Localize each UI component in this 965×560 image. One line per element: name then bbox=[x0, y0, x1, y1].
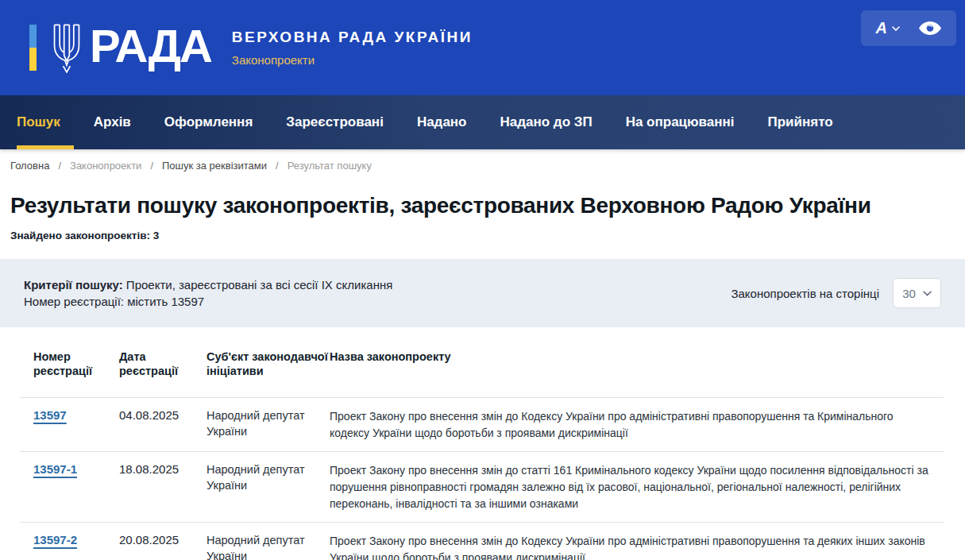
bill-subject: Народний депутат України bbox=[207, 533, 330, 560]
nav-item-label: На опрацюванні bbox=[626, 114, 735, 130]
breadcrumb-separator: / bbox=[58, 160, 61, 172]
logo-link[interactable]: РАДА ВЕРХОВНА РАДА УКРАЇНИ Законопроекти bbox=[29, 22, 473, 73]
nav-item-label: Пошук bbox=[17, 114, 60, 130]
eye-icon bbox=[919, 21, 941, 35]
nav-item-label: Надано до ЗП bbox=[500, 114, 593, 130]
site-subtitle: Законопроекти bbox=[232, 53, 473, 67]
results-table: Номер реєстрації Дата реєстрації Суб'єкт… bbox=[20, 327, 944, 560]
site-title: ВЕРХОВНА РАДА УКРАЇНИ bbox=[232, 29, 473, 46]
nav-item-arkhiv[interactable]: Архів bbox=[77, 95, 148, 149]
column-header-subject: Суб'єкт законодавчої ініціативи bbox=[207, 350, 330, 378]
main-content: Результати пошуку законопроектів, зареєс… bbox=[0, 193, 965, 560]
breadcrumb-home[interactable]: Головна bbox=[10, 160, 49, 172]
nav-item-zareiestrovani[interactable]: Зареєстровані bbox=[269, 95, 400, 149]
bill-name: Проект Закону про внесення змін до Кодек… bbox=[330, 408, 944, 442]
per-page-label: Законопроектів на сторінці bbox=[731, 287, 879, 300]
per-page-value: 30 bbox=[902, 287, 916, 300]
nav-item-label: Надано bbox=[417, 114, 467, 130]
font-size-letter: A bbox=[876, 19, 887, 37]
main-nav: Пошук Архів Оформлення Зареєстровані Над… bbox=[0, 95, 965, 149]
criteria-line2: Номер реєстрації: містить 13597 bbox=[24, 293, 392, 310]
nav-item-na-opratsiuvanni[interactable]: На опрацюванні bbox=[609, 95, 751, 149]
search-criteria-text: Критерії пошуку: Проекти, зареєстровані … bbox=[24, 276, 392, 310]
column-header-number: Номер реєстрації bbox=[20, 350, 119, 378]
chevron-down-icon bbox=[892, 26, 900, 31]
nav-item-label: Зареєстровані bbox=[286, 114, 384, 130]
criteria-line1: Проекти, зареєстровані за всі сесії IX с… bbox=[126, 278, 393, 292]
bill-date: 20.08.2025 bbox=[119, 533, 207, 560]
bill-name: Проект Закону про внесення змін до статт… bbox=[330, 462, 944, 512]
logo-word: РАДА bbox=[90, 23, 211, 69]
column-header-name: Назва законопроекту bbox=[330, 350, 944, 378]
bill-number-link[interactable]: 13597-1 bbox=[33, 462, 77, 476]
breadcrumb-zakonoproekty[interactable]: Законопроекти bbox=[70, 160, 141, 172]
table-row: 13597-2 20.08.2025 Народний депутат Укра… bbox=[20, 522, 944, 560]
bill-number-link[interactable]: 13597-2 bbox=[33, 533, 77, 546]
table-row: 13597 04.08.2025 Народний депутат Україн… bbox=[20, 397, 944, 451]
page-title: Результати пошуку законопроектів, зареєс… bbox=[10, 193, 955, 218]
column-header-date: Дата реєстрації bbox=[119, 350, 207, 378]
breadcrumb-poshuk-za-rekvizytamy[interactable]: Пошук за реквізитами bbox=[162, 160, 267, 172]
breadcrumb: Головна / Законопроекти / Пошук за рекві… bbox=[0, 149, 965, 172]
per-page-control: Законопроектів на сторінці 30 bbox=[731, 278, 941, 308]
font-size-button[interactable]: A bbox=[876, 19, 900, 37]
bill-subject: Народний депутат України bbox=[207, 408, 330, 442]
nav-item-oformlennia[interactable]: Оформлення bbox=[148, 95, 269, 149]
active-tab-underline bbox=[17, 145, 74, 149]
breadcrumb-separator: / bbox=[150, 160, 153, 172]
ukraine-flag-bar bbox=[29, 25, 37, 71]
bill-number-link[interactable]: 13597 bbox=[33, 408, 67, 422]
bill-date: 18.08.2025 bbox=[119, 462, 207, 512]
nav-item-poshuk[interactable]: Пошук bbox=[0, 95, 77, 149]
site-header: РАДА ВЕРХОВНА РАДА УКРАЇНИ Законопроекти… bbox=[0, 0, 965, 95]
bill-name: Проект Закону про внесення змін до Кодек… bbox=[330, 533, 944, 560]
breadcrumb-current: Результат пошуку bbox=[288, 160, 372, 172]
nav-item-nadano[interactable]: Надано bbox=[400, 95, 484, 149]
breadcrumb-separator: / bbox=[276, 160, 279, 172]
per-page-select[interactable]: 30 bbox=[893, 278, 941, 308]
search-criteria-bar: Критерії пошуку: Проекти, зареєстровані … bbox=[0, 259, 965, 327]
table-row: 13597-1 18.08.2025 Народний депутат Укра… bbox=[20, 451, 944, 522]
header-controls: A bbox=[861, 10, 956, 46]
nav-item-label: Оформлення bbox=[164, 114, 253, 130]
found-count: Знайдено законопроектів: 3 bbox=[10, 230, 955, 241]
table-header-row: Номер реєстрації Дата реєстрації Суб'єкт… bbox=[20, 327, 944, 397]
trident-icon bbox=[47, 22, 87, 73]
nav-item-label: Архів bbox=[94, 114, 131, 130]
bill-date: 04.08.2025 bbox=[119, 408, 207, 442]
bill-subject: Народний депутат України bbox=[207, 462, 330, 512]
nav-item-label: Прийнято bbox=[768, 114, 833, 130]
chevron-down-icon bbox=[923, 291, 932, 296]
accessibility-eye-button[interactable] bbox=[919, 21, 941, 35]
nav-item-nadano-do-zp[interactable]: Надано до ЗП bbox=[484, 95, 609, 149]
criteria-label: Критерії пошуку: bbox=[24, 278, 123, 292]
nav-item-pryiniato[interactable]: Прийнято bbox=[751, 95, 850, 149]
